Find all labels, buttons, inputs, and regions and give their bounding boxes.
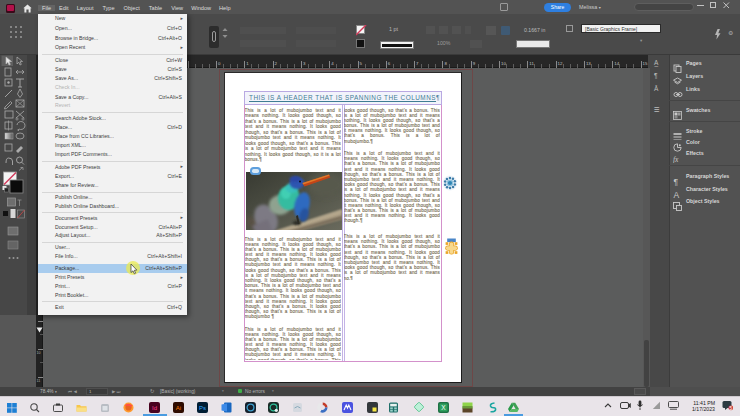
svg-text:Id: Id [152,405,157,411]
svg-text:Ps: Ps [199,405,206,411]
svg-text:Ai: Ai [176,405,181,411]
svg-text:X: X [441,404,446,411]
svg-text:fx: fx [673,155,679,164]
